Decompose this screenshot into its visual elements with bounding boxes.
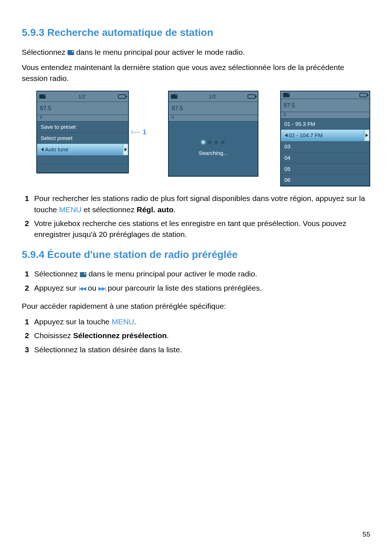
status-bar: 1/2	[169, 91, 257, 102]
step-number: 1	[22, 268, 29, 279]
page-number: 55	[363, 529, 370, 539]
dot-icon	[208, 140, 212, 144]
callout-tick	[132, 132, 140, 132]
step-number: 2	[22, 218, 29, 240]
text: .	[173, 205, 176, 214]
radio-icon	[171, 94, 177, 99]
preset-item-4[interactable]: 04	[281, 152, 369, 164]
preset-list: 01 - 95.3 FM 02 - 104.7 FM 03 04 05 06	[281, 119, 369, 186]
text: Sélectionnez	[22, 48, 68, 56]
battery-icon	[248, 94, 256, 99]
radio-icon	[68, 50, 74, 55]
step-text: Appuyez sur |◀◀ ou ▶▶| pour parcourir la…	[34, 283, 262, 294]
text: et sélectionnez	[84, 205, 137, 214]
progress-dots	[201, 140, 225, 144]
preset-item-2[interactable]: 02 - 104.7 FM	[281, 130, 364, 141]
step-2: 2 Appuyez sur |◀◀ ou ▶▶| pour parcourir …	[22, 283, 370, 294]
status-left	[283, 93, 290, 97]
band-indicator: E	[37, 115, 128, 122]
step-1: 1 Appuyez sur la touche MENU.	[22, 316, 370, 327]
searching-label: Searching...	[199, 149, 228, 157]
preset-item-5[interactable]: 05	[281, 164, 369, 175]
step-number: 3	[22, 344, 29, 355]
menu-item-select-preset[interactable]: Select preset	[37, 133, 128, 144]
searching-body: Searching...	[169, 122, 257, 176]
preset-item-3[interactable]: 03	[281, 141, 369, 152]
screen-1-wrap: 1/2 87.5 E Save to preset Select preset …	[36, 91, 146, 173]
menu-item-save-preset[interactable]: Save to preset	[37, 122, 128, 133]
step-1: 1 Sélectionnez dans le menu principal po…	[22, 268, 370, 279]
radio-icon	[283, 93, 290, 97]
preset-item-2-row: 02 - 104.7 FM	[281, 130, 369, 141]
menu-item-auto-tune[interactable]: Auto tune	[37, 144, 123, 155]
step-3: 3 Sélectionnez la station désirée dans l…	[22, 344, 370, 355]
text: dans le menu principal pour activer le m…	[89, 270, 257, 278]
step-number: 1	[22, 193, 29, 215]
screenshots-row: 1/2 87.5 E Save to preset Select preset …	[36, 91, 370, 186]
step-text: Pour rechercher les stations radio de pl…	[34, 193, 370, 215]
text: Appuyez sur la touche	[34, 317, 112, 326]
status-left	[39, 94, 46, 99]
battery-icon	[359, 93, 367, 97]
step-text: Choisissez Sélectionnez présélection.	[34, 330, 169, 341]
status-left	[171, 94, 177, 99]
preset-2-label: 02 - 104.7 FM	[289, 131, 323, 139]
device-screen-1: 1/2 87.5 E Save to preset Select preset …	[36, 91, 129, 173]
step-number: 2	[22, 330, 29, 341]
frequency-display: 87.5	[169, 102, 257, 115]
step-1: 1 Pour rechercher les stations radio de …	[22, 193, 370, 215]
text: Sélectionnez	[34, 270, 80, 278]
dot-icon	[201, 140, 205, 144]
chevron-left-icon	[285, 134, 287, 137]
band-indicator: E	[281, 112, 369, 119]
step-2: 2 Choisissez Sélectionnez présélection.	[22, 330, 370, 341]
menu-keyword: MENU	[112, 317, 134, 326]
chevron-left-icon	[41, 148, 44, 151]
device-screen-2: 1/2 87.5 E Searching...	[168, 91, 258, 177]
auto-tune-label: Auto tune	[45, 145, 68, 153]
step-number: 2	[22, 283, 29, 294]
menu-item-empty	[37, 164, 128, 173]
status-bar	[281, 91, 369, 99]
menu-item-empty	[37, 155, 128, 164]
page-indicator: 1/2	[177, 93, 247, 100]
step-text: Sélectionnez dans le menu principal pour…	[34, 268, 257, 279]
step-2: 2 Votre jukebox recherche ces stations e…	[22, 218, 370, 240]
side-arrow[interactable]	[364, 130, 369, 141]
page-indicator: 1/2	[46, 93, 118, 100]
steps-594b: 1 Appuyez sur la touche MENU. 2 Choisiss…	[22, 316, 370, 355]
step-text: Sélectionnez la station désirée dans la …	[34, 344, 182, 355]
text: Appuyez sur	[34, 284, 79, 292]
step-number: 1	[22, 316, 29, 327]
callout-1: 1	[132, 127, 146, 137]
para-quick-access: Pour accéder rapidement à une station pr…	[22, 301, 370, 312]
para-select-radio: Sélectionnez dans le menu principal pour…	[22, 47, 370, 58]
text: .	[167, 331, 169, 340]
chevron-right-icon	[366, 134, 368, 137]
radio-icon	[39, 94, 46, 99]
steps-593: 1 Pour rechercher les stations radio de …	[22, 193, 370, 240]
menu-body: Save to preset Select preset Auto tune	[37, 122, 128, 173]
text: .	[134, 317, 136, 326]
bold-text: Régl. auto	[137, 205, 174, 214]
preset-item-1[interactable]: 01 - 95.3 FM	[281, 119, 369, 130]
menu-keyword: MENU	[59, 205, 82, 214]
callout-number: 1	[143, 127, 146, 137]
heading-593: 5.9.3 Recherche automatique de station	[22, 25, 370, 40]
text: ou	[88, 284, 98, 292]
band-indicator: E	[169, 115, 257, 122]
preset-item-6[interactable]: 06	[281, 175, 369, 186]
status-bar: 1/2	[37, 91, 128, 102]
next-track-icon: ▶▶|	[98, 286, 106, 291]
steps-594a: 1 Sélectionnez dans le menu principal po…	[22, 268, 370, 294]
battery-icon	[118, 94, 126, 99]
side-arrow[interactable]	[123, 144, 128, 155]
frequency-display: 87.5	[37, 102, 128, 115]
menu-item-auto-tune-row: Auto tune	[37, 144, 128, 155]
text: pour parcourir la liste des stations pré…	[108, 284, 262, 292]
dot-icon	[215, 140, 218, 144]
frequency-display: 87.5	[281, 99, 369, 112]
text: Choisissez	[34, 331, 73, 340]
step-text: Votre jukebox recherche ces stations et …	[34, 218, 370, 240]
device-screen-3: 87.5 E 01 - 95.3 FM 02 - 104.7 FM 03 04 …	[280, 91, 370, 186]
